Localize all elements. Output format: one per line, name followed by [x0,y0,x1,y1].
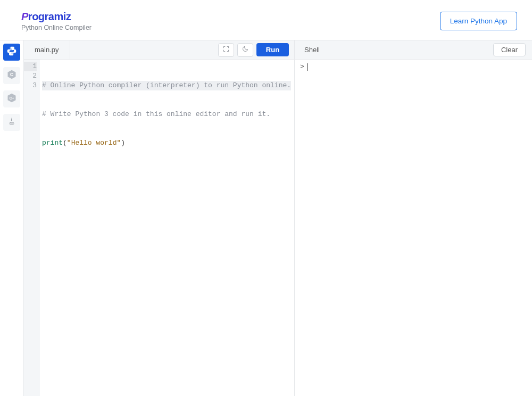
shell-prompt: > [300,63,304,71]
shell-toolbar: Shell Clear [295,40,532,60]
java-icon [6,116,17,129]
language-sidebar: C C+ [0,40,23,396]
c-icon: C [6,69,17,82]
sidebar-item-python[interactable] [3,44,20,61]
cpp-icon: C+ [6,93,17,105]
logo[interactable]: Programiz [21,11,92,23]
line-number: 1 [24,62,37,71]
file-tab[interactable]: main.py [24,40,70,59]
file-tab-label: main.py [35,46,59,54]
editor-pane: main.py Run 1 2 [23,40,294,396]
page-subtitle: Python Online Compiler [21,24,92,31]
shell-label: Shell [295,46,329,54]
fullscreen-button[interactable] [218,43,234,57]
code-line: # Write Python 3 code in this online edi… [42,110,291,119]
line-number: 3 [24,81,37,90]
logo-prefix: P [21,11,28,22]
learn-python-button[interactable]: Learn Python App [440,12,517,30]
shell-pane: Shell Clear > [294,40,532,396]
clear-button[interactable]: Clear [493,43,526,56]
sidebar-item-c[interactable]: C [3,67,20,84]
code-line: # Online Python compiler (interpreter) t… [42,81,291,90]
sidebar-item-java[interactable] [3,114,20,131]
code-editor[interactable]: 1 2 3 # Online Python compiler (interpre… [24,60,294,396]
fullscreen-icon [222,45,230,55]
code-line: print("Hello world") [42,138,291,148]
sidebar-item-cpp[interactable]: C+ [3,90,20,107]
shell-output[interactable]: > [295,60,532,396]
line-number: 2 [24,71,37,81]
logo-text: rogramiz [28,11,71,22]
run-button[interactable]: Run [256,43,289,56]
brand: Programiz Python Online Compiler [21,11,92,31]
svg-text:C+: C+ [10,96,14,100]
python-icon [6,46,17,59]
code-area[interactable]: # Online Python compiler (interpreter) t… [40,60,294,396]
svg-text:C: C [10,72,13,77]
editor-toolbar: main.py Run [24,40,294,60]
shell-cursor [307,63,308,71]
header: Programiz Python Online Compiler Learn P… [0,0,532,40]
theme-toggle-button[interactable] [237,43,253,57]
moon-icon [242,45,249,55]
line-gutter: 1 2 3 [24,60,40,396]
